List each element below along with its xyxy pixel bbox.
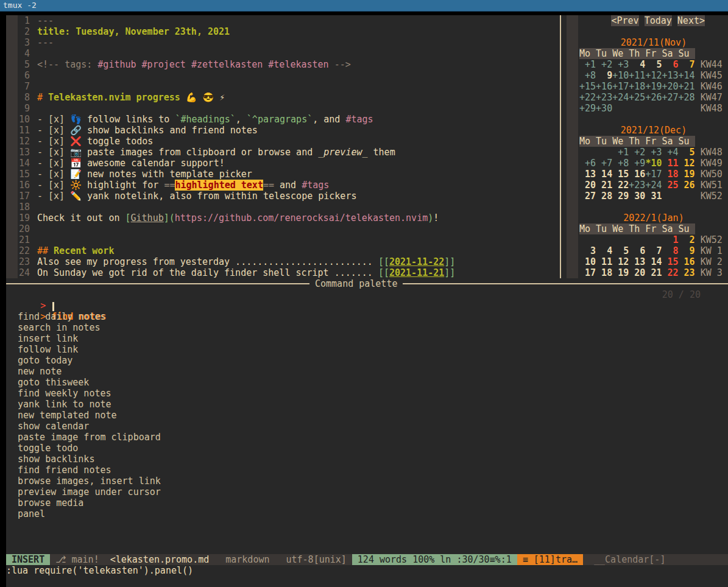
calendar-day[interactable]: 22 <box>662 267 678 278</box>
tab-indicator[interactable]: ≡ [11]tra… <box>517 554 583 565</box>
calendar-day[interactable]: 14 <box>596 169 612 180</box>
calendar-day[interactable]: +24 <box>645 180 662 191</box>
calendar-day[interactable]: 10 <box>579 256 596 267</box>
palette-item-selected[interactable]: >find notes <box>6 300 728 311</box>
calendar-day[interactable]: 28 <box>596 191 612 202</box>
calendar-day[interactable]: 3 <box>579 245 596 256</box>
palette-item[interactable]: show calendar <box>6 421 728 432</box>
calendar-day[interactable]: +24 <box>612 92 629 103</box>
calendar-day[interactable]: 11 <box>662 158 678 169</box>
editor-line[interactable]: 4 <box>6 48 560 59</box>
calendar-day[interactable]: +4 <box>662 147 678 158</box>
calendar-day[interactable]: +8 <box>612 158 629 169</box>
calendar-day[interactable]: 29 <box>612 191 629 202</box>
editor-line[interactable]: 7 <box>6 81 560 92</box>
calendar-day[interactable]: 4 <box>596 245 612 256</box>
palette-prompt-input[interactable]: > 20 / 20 <box>6 289 728 300</box>
calendar-day[interactable]: 5 <box>679 147 695 158</box>
calendar-day[interactable]: +8 <box>579 70 596 81</box>
calendar-day[interactable]: 31 <box>645 191 662 202</box>
palette-item[interactable]: new note <box>6 366 728 377</box>
calendar-day[interactable]: 14 <box>645 256 662 267</box>
palette-item[interactable]: find friend notes <box>6 465 728 476</box>
editor-line[interactable]: 9 <box>6 103 560 114</box>
palette-item[interactable]: follow link <box>6 344 728 355</box>
editor-line[interactable]: 11- [x] 🔗 show backlinks and friend note… <box>6 125 560 136</box>
calendar-day[interactable]: +2 <box>596 59 612 70</box>
calendar-day[interactable]: 12 <box>612 256 629 267</box>
editor-line[interactable]: 17- [x] ✏️ yank notelink, also from with… <box>6 191 560 202</box>
calendar-day[interactable]: 19 <box>679 169 695 180</box>
palette-item[interactable]: goto today <box>6 355 728 366</box>
editor-line[interactable]: 10- [x] 👣 follow links to `#headings`, `… <box>6 114 560 125</box>
calendar-day[interactable]: 22 <box>612 180 629 191</box>
calendar-day[interactable]: 6 <box>662 59 678 70</box>
calendar-day[interactable]: 9 <box>679 245 695 256</box>
calendar-day[interactable]: 11 <box>596 256 612 267</box>
calendar-day[interactable]: +18 <box>629 81 645 92</box>
calendar-day[interactable]: +22 <box>579 92 596 103</box>
calendar-day[interactable]: 6 <box>629 245 645 256</box>
calendar-day[interactable]: +27 <box>662 92 678 103</box>
calendar-day[interactable]: 13 <box>579 169 596 180</box>
editor-line[interactable]: 20 <box>6 223 560 234</box>
calendar-day[interactable]: *10 <box>645 158 662 169</box>
editor-line[interactable]: 19Check it out on [Github](https://githu… <box>6 213 560 223</box>
calendar-day[interactable]: +11 <box>629 70 645 81</box>
calendar-day[interactable]: +23 <box>596 92 612 103</box>
calendar-day[interactable]: 15 <box>662 256 678 267</box>
palette-item[interactable]: preview image under cursor <box>6 487 728 497</box>
calendar-pane[interactable]: <Prev Today Next> 2021/11(Nov)Mo Tu We T… <box>561 15 728 278</box>
palette-item[interactable]: paste image from clipboard <box>6 432 728 443</box>
calendar-day[interactable]: +26 <box>645 92 662 103</box>
command-line[interactable]: :lua require('telekasten').panel() <box>6 565 728 576</box>
calendar-day[interactable]: +2 <box>629 147 645 158</box>
calendar-day[interactable]: +20 <box>662 81 678 92</box>
palette-item[interactable]: panel <box>6 508 728 519</box>
calendar-day[interactable]: +13 <box>662 70 678 81</box>
calendar-day[interactable]: 21 <box>596 180 612 191</box>
calendar-day[interactable]: 8 <box>662 245 678 256</box>
palette-item[interactable]: search in notes <box>6 322 728 333</box>
calendar-day[interactable]: +1 <box>579 59 596 70</box>
palette-item[interactable]: yank link to note <box>6 399 728 410</box>
palette-item[interactable]: insert link <box>6 333 728 344</box>
editor-line[interactable]: 5<!-- tags: #github #project #zettelkast… <box>6 59 560 70</box>
calendar-day[interactable]: +28 <box>679 92 695 103</box>
editor-line[interactable]: 14- [x] 📅 awesome calendar support! <box>6 158 560 169</box>
calendar-day[interactable]: 5 <box>645 59 662 70</box>
calendar-day[interactable]: +6 <box>579 158 596 169</box>
editor-line[interactable]: 1--- <box>6 15 560 26</box>
calendar-day[interactable]: 2 <box>679 234 695 245</box>
calendar-day[interactable]: +30 <box>596 103 612 114</box>
calendar-day[interactable]: 20 <box>629 267 645 278</box>
calendar-day[interactable]: +12 <box>645 70 662 81</box>
editor-line[interactable]: 24On Sunday we got rid of the daily find… <box>6 267 560 278</box>
calendar-day[interactable]: 7 <box>679 59 695 70</box>
editor-line[interactable]: 22## Recent work <box>6 245 560 256</box>
calendar-day[interactable]: +9 <box>629 158 645 169</box>
calendar-today-button[interactable]: Today <box>645 15 672 26</box>
calendar-day[interactable]: +25 <box>629 92 645 103</box>
palette-item[interactable]: browse media <box>6 497 728 508</box>
calendar-prev-button[interactable]: <Prev <box>611 15 638 26</box>
calendar-day[interactable]: 20 <box>579 180 596 191</box>
palette-item[interactable]: find daily notes <box>6 311 728 322</box>
calendar-next-button[interactable]: Next> <box>677 15 705 26</box>
calendar-day[interactable]: +3 <box>612 59 629 70</box>
palette-item[interactable]: show backlinks <box>6 454 728 465</box>
calendar-day[interactable]: 25 <box>662 180 678 191</box>
calendar-day[interactable]: 18 <box>662 169 678 180</box>
window-titlebar[interactable]: tmux -2 <box>0 0 728 12</box>
calendar-day[interactable]: 17 <box>579 267 596 278</box>
calendar-day[interactable]: +14 <box>679 70 695 81</box>
calendar-day[interactable]: 9 <box>596 70 612 81</box>
calendar-day[interactable]: 4 <box>629 59 645 70</box>
calendar-day[interactable]: 7 <box>645 245 662 256</box>
editor-line[interactable]: 3--- <box>6 37 560 48</box>
editor-line[interactable]: 6 <box>6 70 560 81</box>
calendar-day[interactable]: +23 <box>629 180 645 191</box>
calendar-day[interactable]: 13 <box>629 256 645 267</box>
editor-pane[interactable]: 1---2title: Tuesday, November 23th, 2021… <box>6 15 560 278</box>
editor-line[interactable]: 15- [x] 📝 new notes with template picker <box>6 169 560 180</box>
